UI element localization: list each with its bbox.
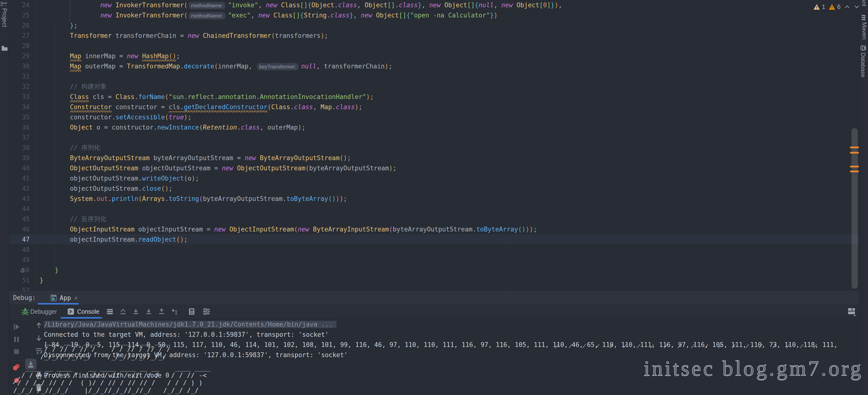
line-number[interactable]: 40 xyxy=(9,163,30,173)
code-editor[interactable]: 24 new InvokerTransformer(methodName:"in… xyxy=(9,0,859,291)
code-line[interactable]: 25 new InvokerTransformer(methodName:"ex… xyxy=(9,10,859,20)
step-into-icon[interactable] xyxy=(132,307,140,316)
settings-sliders-icon[interactable] xyxy=(202,308,211,315)
step-out-icon[interactable] xyxy=(157,307,166,316)
code-line[interactable]: 40 ObjectOutputStream objectOutputStream… xyxy=(9,163,859,173)
project-mnemonic: 1: xyxy=(1,1,8,6)
line-number[interactable]: 45 xyxy=(9,214,30,224)
stop-icon[interactable] xyxy=(13,348,20,355)
options-menu-icon[interactable] xyxy=(106,308,114,315)
line-number[interactable]: 31 xyxy=(9,71,30,82)
code-line[interactable]: 46 ObjectInputStream objectInputStream =… xyxy=(9,224,859,234)
resume-program-icon[interactable] xyxy=(12,323,20,331)
code-line[interactable]: 30 Map outerMap = TransformedMap.decorat… xyxy=(9,61,859,71)
toolwindow-button-database[interactable]: Database xyxy=(860,45,867,78)
line-number[interactable]: 42 xyxy=(9,183,30,193)
line-number[interactable]: 47 xyxy=(9,234,30,245)
code-line[interactable]: 45 // 反序列化 xyxy=(9,214,859,224)
next-problem-chevron-icon[interactable] xyxy=(854,4,859,9)
line-number[interactable]: 33 xyxy=(9,92,30,102)
code-line[interactable]: 26 }; xyxy=(9,20,859,31)
code-line[interactable]: 49 xyxy=(9,255,859,265)
evaluate-expression-icon[interactable] xyxy=(188,308,195,315)
code-line[interactable]: 36 Object o = constructor.newInstance(Re… xyxy=(9,122,859,132)
line-number[interactable]: 43 xyxy=(9,193,30,204)
code-text: ByteArrayOutputStream byteArrayOutputStr… xyxy=(39,153,351,163)
step-over-icon[interactable] xyxy=(119,307,127,316)
line-number[interactable]: 32 xyxy=(9,82,30,92)
code-line[interactable]: 31 xyxy=(9,71,859,82)
line-number[interactable]: 27 xyxy=(9,31,30,41)
line-number[interactable]: 24 xyxy=(9,0,30,10)
line-number[interactable]: 44 xyxy=(9,204,30,214)
code-line[interactable]: 51} xyxy=(9,275,859,285)
tab-console[interactable]: Console xyxy=(67,304,99,318)
code-line[interactable]: 33 Class cls = Class.forName("sun.reflec… xyxy=(9,92,859,102)
line-number[interactable]: 48 xyxy=(9,245,30,255)
tab-app-session[interactable]: App × xyxy=(47,292,81,304)
line-number[interactable]: 28 xyxy=(9,41,30,51)
line-number[interactable]: 34 xyxy=(9,102,30,112)
code-line[interactable]: 50 }⌂ xyxy=(9,265,859,275)
line-number[interactable]: 30 xyxy=(9,61,30,71)
code-line[interactable]: 39 ByteArrayOutputStream byteArrayOutput… xyxy=(9,153,859,163)
toolwindow-button-ant[interactable]: Ant xyxy=(861,0,868,6)
prev-problem-chevron-icon[interactable] xyxy=(844,4,850,9)
pause-program-icon[interactable] xyxy=(12,336,20,343)
line-number[interactable]: 50 xyxy=(9,265,30,275)
parameter-hint: methodName: xyxy=(189,12,226,20)
tab-debugger[interactable]: Debugger xyxy=(30,304,57,318)
code-line[interactable]: 42 objectOutputStream.close(); xyxy=(9,183,859,193)
close-tab-icon[interactable]: × xyxy=(74,294,78,302)
line-number[interactable]: 39 xyxy=(9,153,30,163)
line-number[interactable]: 37 xyxy=(9,132,30,143)
warning-stripe-mark[interactable] xyxy=(850,171,859,172)
line-number[interactable]: 49 xyxy=(9,255,30,265)
code-text: System.out.println(Arrays.toString(byteA… xyxy=(39,193,347,204)
line-number[interactable]: 38 xyxy=(9,143,30,153)
code-line[interactable]: 32 // 构建对象 xyxy=(9,82,859,92)
line-number[interactable]: 41 xyxy=(9,173,30,183)
warning-indicator[interactable]: 6 xyxy=(829,3,841,10)
code-line[interactable]: 41 objectOutputStream.writeObject(o); xyxy=(9,173,859,183)
code-line[interactable]: 38 // 序列化 xyxy=(9,143,859,153)
line-number[interactable]: 29 xyxy=(9,51,30,61)
warning-stripe-mark[interactable] xyxy=(850,147,859,148)
code-line[interactable]: 27 Transformer transformerChain = new Ch… xyxy=(9,31,859,41)
code-line[interactable]: 24 new InvokerTransformer(methodName:"in… xyxy=(9,0,859,10)
folder-icon[interactable] xyxy=(1,45,8,51)
code-line[interactable]: 43 System.out.println(Arrays.toString(by… xyxy=(9,193,859,204)
up-the-stack-trace-icon[interactable] xyxy=(35,322,43,329)
line-number[interactable]: 51 xyxy=(9,275,30,285)
force-step-into-icon[interactable] xyxy=(145,307,153,316)
code-line[interactable]: 48 xyxy=(9,245,859,255)
code-line[interactable]: 47 objectInputStream.readObject(); xyxy=(9,234,859,245)
code-line[interactable]: 28 xyxy=(9,41,859,51)
line-number[interactable]: 36 xyxy=(9,122,30,132)
code-line[interactable]: 52 xyxy=(9,285,859,291)
code-text: new InvokerTransformer(methodName:"exec"… xyxy=(39,10,498,21)
code-text: }; xyxy=(39,20,78,31)
run-to-cursor-icon[interactable] xyxy=(170,307,179,316)
tab-debugger-label: Debugger xyxy=(30,308,57,315)
code-line[interactable]: 37 xyxy=(9,132,859,143)
line-number[interactable]: 26 xyxy=(9,20,30,31)
warning-stripe-mark[interactable] xyxy=(850,166,859,168)
toolwindow-button-maven[interactable]: m Maven xyxy=(860,14,868,40)
toolbar-divider xyxy=(184,307,184,316)
parameter-hint: keyTransformer: xyxy=(257,63,299,70)
line-number[interactable]: 52 xyxy=(9,285,30,291)
layout-settings-icon[interactable] xyxy=(848,307,856,317)
maven-label: Maven xyxy=(861,22,868,40)
gutter-mark-icon[interactable]: ⌂ xyxy=(20,265,24,275)
line-number[interactable]: 35 xyxy=(9,112,30,122)
code-line[interactable]: 44 xyxy=(9,204,859,214)
code-line[interactable]: 35 constructor.setAccessible(true); xyxy=(9,112,859,122)
line-number[interactable]: 46 xyxy=(9,224,30,234)
warning-stripe-mark[interactable] xyxy=(850,152,859,154)
line-number[interactable]: 25 xyxy=(9,10,30,20)
sidebar-item-project[interactable]: 1: Project xyxy=(1,1,8,27)
weak-warning-indicator[interactable]: 1 xyxy=(813,3,825,10)
code-line[interactable]: 34 Constructor constructor = cls.getDecl… xyxy=(9,102,859,112)
code-line[interactable]: 29 Map innerMap = new HashMap(); xyxy=(9,51,859,61)
